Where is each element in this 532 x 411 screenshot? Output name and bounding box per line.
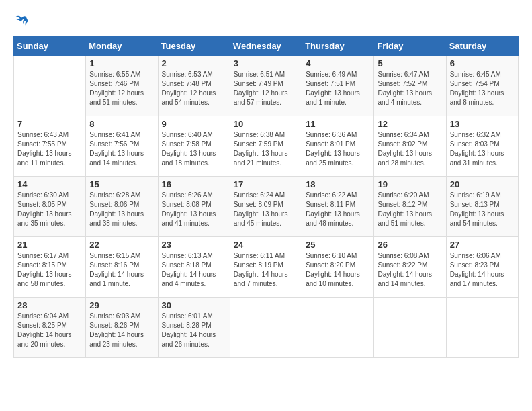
day-info: Sunrise: 6:43 AMSunset: 7:55 PMDaylight:… [17,130,82,168]
day-info: Sunrise: 6:51 AMSunset: 7:49 PMDaylight:… [234,70,298,107]
day-info: Sunrise: 6:15 AMSunset: 8:16 PMDaylight:… [89,251,154,289]
day-info: Sunrise: 6:22 AMSunset: 8:11 PMDaylight:… [306,191,370,228]
day-header-friday: Friday [374,37,446,56]
calendar-cell: 11Sunrise: 6:36 AMSunset: 8:01 PMDayligh… [302,116,374,177]
calendar-cell: 20Sunrise: 6:19 AMSunset: 8:13 PMDayligh… [446,177,518,237]
calendar-cell: 10Sunrise: 6:38 AMSunset: 7:59 PMDayligh… [230,116,302,177]
day-number: 19 [378,179,442,189]
calendar-cell: 25Sunrise: 6:10 AMSunset: 8:20 PMDayligh… [302,237,374,298]
calendar-cell: 30Sunrise: 6:01 AMSunset: 8:28 PMDayligh… [158,298,230,358]
calendar-week-row: 7Sunrise: 6:43 AMSunset: 7:55 PMDaylight… [14,116,519,177]
calendar-cell: 6Sunrise: 6:45 AMSunset: 7:54 PMDaylight… [446,56,518,116]
day-number: 28 [17,300,82,310]
day-number: 22 [89,240,154,250]
calendar-week-row: 28Sunrise: 6:04 AMSunset: 8:25 PMDayligh… [14,298,519,358]
day-info: Sunrise: 6:26 AMSunset: 8:08 PMDaylight:… [162,191,226,228]
calendar-table: SundayMondayTuesdayWednesdayThursdayFrid… [13,36,519,358]
day-info: Sunrise: 6:03 AMSunset: 8:26 PMDaylight:… [89,312,154,349]
day-header-wednesday: Wednesday [230,37,302,56]
day-number: 3 [234,58,298,68]
calendar-cell [14,56,86,116]
day-info: Sunrise: 6:53 AMSunset: 7:48 PMDaylight:… [162,70,226,107]
calendar-cell: 24Sunrise: 6:11 AMSunset: 8:19 PMDayligh… [230,237,302,298]
day-header-sunday: Sunday [14,37,86,56]
calendar-cell: 19Sunrise: 6:20 AMSunset: 8:12 PMDayligh… [374,177,446,237]
day-info: Sunrise: 6:24 AMSunset: 8:09 PMDaylight:… [234,191,298,228]
day-info: Sunrise: 6:19 AMSunset: 8:13 PMDaylight:… [450,191,515,228]
day-info: Sunrise: 6:11 AMSunset: 8:19 PMDaylight:… [234,251,298,289]
calendar-cell: 16Sunrise: 6:26 AMSunset: 8:08 PMDayligh… [158,177,230,237]
calendar-cell: 22Sunrise: 6:15 AMSunset: 8:16 PMDayligh… [86,237,158,298]
calendar-week-row: 14Sunrise: 6:30 AMSunset: 8:05 PMDayligh… [14,177,519,237]
day-number: 30 [162,300,226,310]
logo [13,13,28,30]
calendar-cell: 29Sunrise: 6:03 AMSunset: 8:26 PMDayligh… [86,298,158,358]
calendar-cell: 9Sunrise: 6:40 AMSunset: 7:58 PMDaylight… [158,116,230,177]
day-header-monday: Monday [86,37,158,56]
day-number: 16 [162,179,226,189]
day-info: Sunrise: 6:30 AMSunset: 8:05 PMDaylight:… [17,191,82,228]
calendar-cell: 7Sunrise: 6:43 AMSunset: 7:55 PMDaylight… [14,116,86,177]
calendar-cell: 17Sunrise: 6:24 AMSunset: 8:09 PMDayligh… [230,177,302,237]
calendar-cell: 1Sunrise: 6:55 AMSunset: 7:46 PMDaylight… [86,56,158,116]
day-number: 23 [162,240,226,250]
calendar-cell: 26Sunrise: 6:08 AMSunset: 8:22 PMDayligh… [374,237,446,298]
day-info: Sunrise: 6:17 AMSunset: 8:15 PMDaylight:… [17,251,82,289]
day-number: 26 [378,240,442,250]
day-header-saturday: Saturday [446,37,518,56]
day-number: 13 [450,119,515,129]
day-info: Sunrise: 6:41 AMSunset: 7:56 PMDaylight:… [89,130,154,168]
header [13,13,519,30]
day-number: 20 [450,179,515,189]
day-info: Sunrise: 6:06 AMSunset: 8:23 PMDaylight:… [450,251,515,289]
calendar-cell [302,298,374,358]
day-info: Sunrise: 6:01 AMSunset: 8:28 PMDaylight:… [162,312,226,349]
calendar-header-row: SundayMondayTuesdayWednesdayThursdayFrid… [14,37,519,56]
day-info: Sunrise: 6:40 AMSunset: 7:58 PMDaylight:… [162,130,226,168]
day-number: 17 [234,179,298,189]
day-info: Sunrise: 6:10 AMSunset: 8:20 PMDaylight:… [306,251,370,289]
logo-bird-icon [15,13,28,27]
day-number: 11 [306,119,370,129]
day-number: 8 [89,119,154,129]
day-number: 14 [17,179,82,189]
day-header-tuesday: Tuesday [158,37,230,56]
calendar-week-row: 21Sunrise: 6:17 AMSunset: 8:15 PMDayligh… [14,237,519,298]
day-number: 7 [17,119,82,129]
calendar-cell: 23Sunrise: 6:13 AMSunset: 8:18 PMDayligh… [158,237,230,298]
day-info: Sunrise: 6:49 AMSunset: 7:51 PMDaylight:… [306,70,370,107]
day-number: 2 [162,58,226,68]
calendar-cell [230,298,302,358]
day-number: 12 [378,119,442,129]
day-number: 1 [89,58,154,68]
day-number: 9 [162,119,226,129]
day-info: Sunrise: 6:45 AMSunset: 7:54 PMDaylight:… [450,70,515,107]
day-info: Sunrise: 6:08 AMSunset: 8:22 PMDaylight:… [378,251,442,289]
calendar-cell: 4Sunrise: 6:49 AMSunset: 7:51 PMDaylight… [302,56,374,116]
calendar-cell: 8Sunrise: 6:41 AMSunset: 7:56 PMDaylight… [86,116,158,177]
calendar-cell [446,298,518,358]
day-number: 4 [306,58,370,68]
calendar-cell: 21Sunrise: 6:17 AMSunset: 8:15 PMDayligh… [14,237,86,298]
calendar-cell: 12Sunrise: 6:34 AMSunset: 8:02 PMDayligh… [374,116,446,177]
calendar-cell: 27Sunrise: 6:06 AMSunset: 8:23 PMDayligh… [446,237,518,298]
day-number: 25 [306,240,370,250]
calendar-cell: 15Sunrise: 6:28 AMSunset: 8:06 PMDayligh… [86,177,158,237]
day-info: Sunrise: 6:13 AMSunset: 8:18 PMDaylight:… [162,251,226,289]
calendar-cell: 13Sunrise: 6:32 AMSunset: 8:03 PMDayligh… [446,116,518,177]
day-number: 5 [378,58,442,68]
calendar-cell [374,298,446,358]
day-info: Sunrise: 6:36 AMSunset: 8:01 PMDaylight:… [306,130,370,168]
day-number: 29 [89,300,154,310]
calendar-cell: 18Sunrise: 6:22 AMSunset: 8:11 PMDayligh… [302,177,374,237]
day-info: Sunrise: 6:32 AMSunset: 8:03 PMDaylight:… [450,130,515,168]
day-number: 10 [234,119,298,129]
day-info: Sunrise: 6:34 AMSunset: 8:02 PMDaylight:… [378,130,442,168]
day-info: Sunrise: 6:47 AMSunset: 7:52 PMDaylight:… [378,70,442,107]
calendar-cell: 2Sunrise: 6:53 AMSunset: 7:48 PMDaylight… [158,56,230,116]
day-info: Sunrise: 6:55 AMSunset: 7:46 PMDaylight:… [89,70,154,107]
day-header-thursday: Thursday [302,37,374,56]
calendar-cell: 5Sunrise: 6:47 AMSunset: 7:52 PMDaylight… [374,56,446,116]
day-number: 15 [89,179,154,189]
calendar-cell: 14Sunrise: 6:30 AMSunset: 8:05 PMDayligh… [14,177,86,237]
